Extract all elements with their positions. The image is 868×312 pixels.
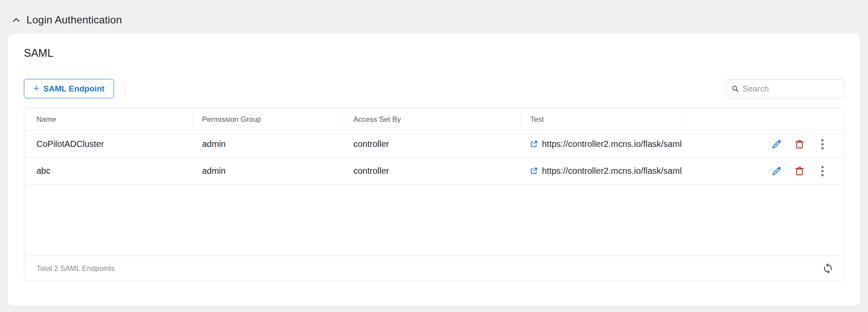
test-url-text: https://controller2.mcns.io/flask/saml: [542, 139, 682, 149]
search-input[interactable]: [743, 84, 839, 94]
table-header-row: Name Permission Group Access Set By Test: [24, 108, 844, 131]
edit-pencil-icon[interactable]: [770, 138, 783, 151]
add-saml-endpoint-label: SAML Endpoint: [43, 84, 104, 94]
table-empty-space: [24, 185, 844, 256]
card-heading: SAML: [24, 34, 844, 59]
saml-card: SAML + SAML Endpoint Name Permission Gro…: [8, 34, 860, 306]
chevron-up-icon[interactable]: [11, 15, 21, 25]
edit-pencil-icon[interactable]: [770, 165, 783, 178]
cell-name: CoPilotADCluster: [24, 139, 193, 149]
table-row: abc admin controller https://controller2…: [24, 158, 844, 185]
table-row: CoPilotADCluster admin controller https:…: [24, 131, 844, 158]
add-saml-endpoint-button[interactable]: + SAML Endpoint: [24, 79, 114, 98]
external-link-icon: [530, 167, 538, 175]
test-url-link[interactable]: https://controller2.mcns.io/flask/saml: [530, 139, 685, 149]
delete-trash-icon[interactable]: [793, 138, 806, 151]
test-url-text: https://controller2.mcns.io/flask/saml: [542, 166, 682, 176]
cell-permission-group: admin: [193, 139, 344, 149]
test-url-link[interactable]: https://controller2.mcns.io/flask/saml: [530, 166, 685, 176]
plus-icon: +: [33, 84, 39, 93]
more-vertical-dots-icon[interactable]: [816, 138, 829, 151]
cell-actions: [685, 138, 844, 151]
external-link-icon: [530, 140, 538, 148]
column-header-access-set-by: Access Set By: [344, 115, 521, 124]
search-icon: [732, 85, 739, 92]
page-title: Login Authentication: [26, 14, 122, 26]
toolbar-divider: [125, 83, 125, 95]
saml-endpoints-table: Name Permission Group Access Set By Test…: [24, 108, 844, 281]
toolbar: + SAML Endpoint: [24, 79, 844, 98]
column-header-name: Name: [24, 115, 193, 124]
table-footer: Total 2 SAML Endpoints: [24, 256, 844, 281]
cell-access-set-by: controller: [344, 166, 521, 176]
refresh-icon[interactable]: [821, 262, 834, 275]
cell-access-set-by: controller: [344, 139, 521, 149]
search-box[interactable]: [726, 79, 844, 98]
cell-test: https://controller2.mcns.io/flask/saml: [521, 139, 685, 149]
column-header-test: Test: [521, 115, 685, 124]
delete-trash-icon[interactable]: [793, 165, 806, 178]
cell-name: abc: [24, 166, 193, 176]
cell-permission-group: admin: [193, 166, 344, 176]
more-vertical-dots-icon[interactable]: [816, 165, 829, 178]
column-header-permission-group: Permission Group: [193, 115, 344, 124]
cell-actions: [685, 165, 844, 178]
cell-test: https://controller2.mcns.io/flask/saml: [521, 166, 685, 176]
section-header: Login Authentication: [0, 0, 868, 28]
total-count-text: Total 2 SAML Endpoints: [36, 264, 115, 273]
